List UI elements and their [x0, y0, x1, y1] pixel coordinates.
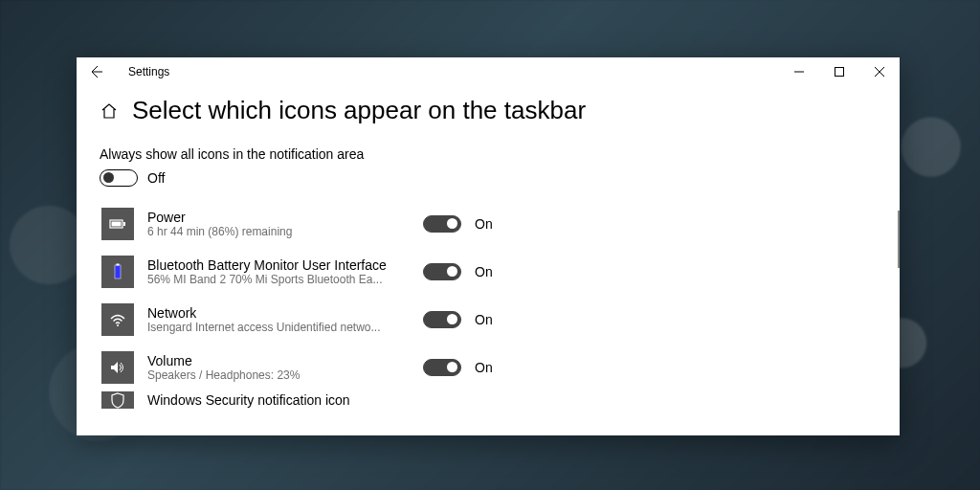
settings-window: Settings Select which icons appear on th… — [77, 57, 900, 435]
battery-icon — [108, 214, 127, 234]
power-icon-tile — [101, 208, 134, 240]
svg-rect-6 — [123, 222, 125, 226]
svg-rect-1 — [835, 68, 844, 77]
close-button[interactable] — [859, 57, 900, 86]
volume-icon-tile — [101, 351, 134, 384]
titlebar: Settings — [77, 57, 900, 86]
master-toggle-row: Off — [100, 169, 877, 187]
back-button[interactable] — [88, 64, 111, 79]
network-toggle-state: On — [475, 312, 493, 327]
item-name: Network — [147, 305, 406, 321]
network-toggle[interactable] — [423, 311, 461, 328]
list-item-windows-security: Windows Security notification icon — [101, 391, 877, 409]
bluetooth-battery-toggle[interactable] — [423, 263, 461, 280]
volume-toggle-state: On — [475, 360, 493, 375]
icon-list: Power 6 hr 44 min (86%) remaining On Blu… — [100, 200, 877, 409]
item-name: Bluetooth Battery Monitor User Interface — [147, 257, 406, 273]
item-subtitle: Isengard Internet access Unidentified ne… — [147, 321, 406, 334]
master-toggle-label: Always show all icons in the notificatio… — [100, 146, 877, 162]
home-icon — [100, 101, 119, 121]
master-toggle-state: Off — [147, 170, 165, 186]
shield-icon — [108, 391, 127, 409]
content-area: Select which icons appear on the taskbar… — [77, 86, 900, 435]
bluetooth-battery-toggle-state: On — [475, 264, 493, 279]
list-item-power: Power 6 hr 44 min (86%) remaining On — [101, 200, 877, 248]
master-toggle[interactable] — [100, 169, 138, 187]
item-subtitle: Speakers / Headphones: 23% — [147, 368, 406, 382]
bluetooth-battery-icon — [108, 262, 127, 281]
item-subtitle: 6 hr 44 min (86%) remaining — [147, 225, 406, 238]
item-name: Power — [147, 210, 406, 225]
svg-rect-7 — [115, 265, 121, 278]
app-title: Settings — [128, 65, 169, 78]
wifi-icon — [108, 310, 127, 329]
svg-rect-5 — [112, 222, 122, 227]
page-title: Select which icons appear on the taskbar — [132, 96, 586, 125]
bluetooth-battery-icon-tile — [101, 256, 134, 288]
maximize-button[interactable] — [819, 57, 859, 86]
page-header: Select which icons appear on the taskbar — [100, 96, 877, 125]
list-item-network: Network Isengard Internet access Unident… — [101, 296, 877, 344]
power-toggle-state: On — [475, 216, 493, 232]
scrollbar[interactable] — [898, 211, 900, 268]
close-icon — [875, 67, 884, 77]
network-icon-tile — [101, 303, 134, 336]
list-item-bluetooth-battery: Bluetooth Battery Monitor User Interface… — [101, 248, 877, 296]
item-name: Windows Security notification icon — [147, 392, 406, 408]
item-name: Volume — [147, 353, 406, 368]
item-subtitle: 56% MI Band 2 70% Mi Sports Bluetooth Ea… — [147, 273, 406, 286]
minimize-icon — [794, 67, 804, 77]
back-arrow-icon — [88, 64, 103, 79]
volume-toggle[interactable] — [423, 359, 461, 376]
minimize-button[interactable] — [779, 57, 819, 86]
maximize-icon — [835, 67, 844, 77]
svg-rect-8 — [117, 264, 120, 266]
windows-security-icon-tile — [101, 391, 134, 409]
list-item-volume: Volume Speakers / Headphones: 23% On — [101, 344, 877, 391]
home-button[interactable] — [100, 101, 119, 121]
svg-point-9 — [117, 324, 119, 326]
volume-icon — [108, 358, 127, 377]
power-toggle[interactable] — [423, 215, 461, 233]
